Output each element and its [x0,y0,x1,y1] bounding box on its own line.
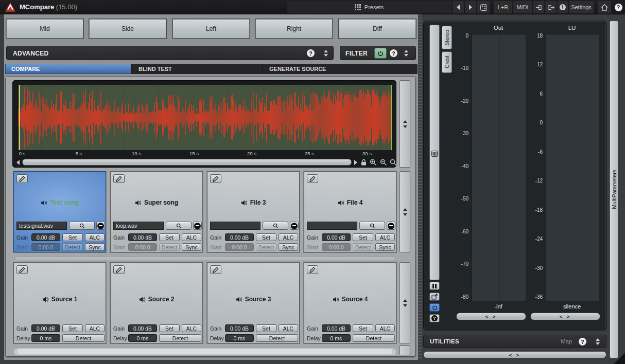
browse-file-button[interactable] [263,222,288,230]
filename-field[interactable] [210,222,261,230]
start-value[interactable]: 0:00.0 [128,243,157,251]
meter-pause-button[interactable] [429,282,440,290]
browse-file-button[interactable] [69,222,95,230]
advanced-panel-header[interactable]: ADVANCED ? [6,46,334,60]
zoom-fit-button[interactable] [389,158,397,166]
alc-button[interactable]: ALC [85,233,105,241]
notifications-button[interactable] [558,1,568,13]
delay-detect-button[interactable]: Detect [62,334,105,342]
gain-value[interactable]: 0.00 dB [31,233,60,241]
source-row-resize-handle[interactable] [400,262,410,343]
channel-button-side[interactable]: Side [89,19,166,39]
start-detect-button[interactable]: Detect [62,243,83,251]
utilities-collapse-spinner[interactable] [596,338,600,345]
utilities-range-slider[interactable]: < > [423,351,606,358]
edit-slot-button[interactable] [113,265,125,274]
end-marker[interactable] [391,85,392,150]
playhead-marker[interactable] [19,85,20,150]
gain-set-button[interactable]: Set [353,233,373,241]
sync-button[interactable]: Sync [85,243,105,251]
meter-tab-stereo[interactable]: Stereo [442,26,452,49]
edit-slot-button[interactable] [210,265,221,274]
sync-button[interactable]: Sync [279,243,298,251]
start-detect-button[interactable]: Detect [159,243,180,251]
panel-splitter[interactable] [418,14,422,360]
out-meter-range-slider[interactable]: < > [456,313,526,320]
lu-meter-bar[interactable] [546,34,599,301]
gain-set-button[interactable]: Set [62,233,83,241]
gain-set-button[interactable]: Set [256,233,276,241]
edit-slot-button[interactable] [210,174,221,183]
edit-slot-button[interactable] [16,174,28,183]
filter-collapse-spinner[interactable] [404,50,408,57]
multiparameters-panel[interactable]: MultiParameters [610,21,618,358]
delay-value[interactable]: 0 ms [225,334,254,342]
alc-button[interactable]: ALC [375,324,395,332]
edit-slot-button[interactable] [16,265,28,274]
horizontal-scrollbar-thin[interactable] [15,256,395,260]
bottom-horizontal-scrollbar[interactable] [13,348,396,355]
remove-file-button[interactable] [193,222,202,230]
tab-blind-test[interactable]: BLIND TEST [132,64,262,74]
start-value[interactable]: 0:00.0 [225,243,254,251]
help-button[interactable]: ? [613,1,623,13]
export-settings-button[interactable] [545,1,557,13]
alc-button[interactable]: ALC [279,233,298,241]
gain-set-button[interactable]: Set [353,324,373,332]
edit-slot-button[interactable] [307,265,318,274]
filename-field[interactable]: loop.wav [113,222,164,230]
midi-button[interactable]: MIDI [513,1,532,13]
random-preset-button[interactable] [477,1,490,13]
source-slot-3[interactable]: Source 3 Gain 0.00 dB Set ALC Delay 0 ms… [207,262,300,343]
advanced-collapse-spinner[interactable] [324,50,328,57]
alc-button[interactable]: ALC [182,233,201,241]
gain-set-button[interactable]: Set [159,233,180,241]
sync-button[interactable]: Sync [182,243,201,251]
meter-tab-crest[interactable]: Crest [442,51,452,73]
gain-value[interactable]: 0.00 dB [225,324,254,332]
gain-value[interactable]: 0.00 dB [225,233,254,241]
edit-slot-button[interactable] [307,174,318,183]
gain-value[interactable]: 0.00 dB [128,233,157,241]
utilities-panel-header[interactable]: UTILITIES Map ? [423,335,606,348]
remove-file-button[interactable] [290,222,299,230]
source-slot-1[interactable]: Source 1 Gain 0.00 dB Set ALC Delay 0 ms… [13,262,106,343]
meter-settings-slider[interactable] [429,25,440,280]
lu-meter-range-slider[interactable]: < > [530,313,600,320]
gain-set-button[interactable]: Set [62,324,83,332]
tab-compare[interactable]: COMPARE [5,64,131,74]
meter-power-button[interactable] [429,303,440,312]
previous-preset-button[interactable] [453,1,464,13]
alc-button[interactable]: ALC [375,233,395,241]
file-slot-3[interactable]: File 3 Gain 0.00 dB Set ALC Start 0:00.0… [207,171,300,252]
channel-button-right[interactable]: Right [255,19,333,39]
file-slot-2[interactable]: Super song loop.wav Gain 0.00 dB Set ALC… [110,171,203,252]
out-meter-bars[interactable] [472,34,526,301]
filename-field[interactable]: testsignal.wav [16,222,67,230]
tab-generate-source[interactable]: GENERATE SOURCE [263,64,418,74]
browse-file-button[interactable] [359,222,385,230]
meter-help-button[interactable]: ? [429,314,440,322]
waveform-view[interactable] [18,85,392,150]
map-button[interactable]: Map [561,338,572,344]
file-row-resize-handle[interactable] [400,171,410,252]
meter-popout-button[interactable] [429,293,440,301]
channel-button-left[interactable]: Left [172,19,250,39]
filter-power-button[interactable] [374,48,387,59]
sync-button[interactable]: Sync [375,243,395,251]
delay-value[interactable]: 0 ms [128,334,157,342]
utilities-help-icon[interactable]: ? [579,338,586,345]
scrollbar-thumb[interactable] [18,349,392,354]
delay-detect-button[interactable]: Detect [159,334,201,342]
gain-value[interactable]: 0.00 dB [322,233,351,241]
source-slot-4[interactable]: Source 4 Gain 0.00 dB Set ALC Delay 0 ms… [304,262,396,343]
waveform-scrollbar[interactable] [22,159,352,166]
alc-button[interactable]: ALC [279,324,298,332]
file-slot-1[interactable]: Test song testsignal.wav Gain 0.00 dB Se… [13,171,106,252]
lock-zoom-button[interactable] [360,158,367,166]
edit-slot-button[interactable] [113,174,125,183]
channel-button-diff[interactable]: Diff [339,19,416,39]
browse-file-button[interactable] [166,222,192,230]
zoom-out-button[interactable] [379,158,387,166]
remove-file-button[interactable] [96,222,105,230]
